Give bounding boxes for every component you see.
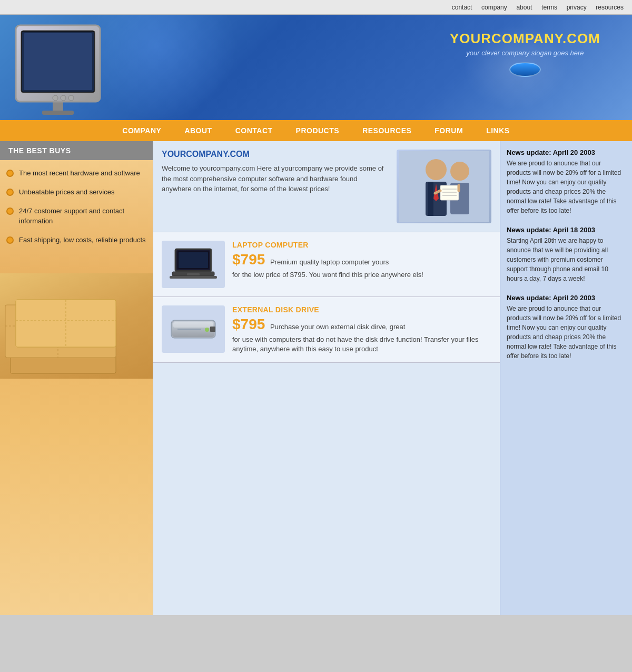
svg-rect-20 <box>428 182 433 216</box>
laptop-image <box>162 241 225 288</box>
mainnav-resources[interactable]: RESOURCES <box>351 120 423 141</box>
topnav-contact[interactable]: contact <box>452 4 472 11</box>
list-item-text: Fast shipping, low costs, reliable produ… <box>19 235 146 245</box>
news-item-2: News update: April 18 2003 Starting Apri… <box>507 226 626 283</box>
svg-point-7 <box>53 95 58 101</box>
mainnav-company[interactable]: COMPANY <box>111 120 173 141</box>
svg-rect-41 <box>210 327 215 332</box>
svg-point-9 <box>68 95 74 101</box>
content-area: THE BEST BUYS The most recent hardware a… <box>0 141 632 615</box>
company-name-rest: COMPANY.COM <box>491 31 600 46</box>
right-sidebar: News update: April 20 2003 We are proud … <box>500 141 632 615</box>
monitor-illustration <box>11 20 105 120</box>
disk-title: EXTERNAL DISK DRIVE <box>232 305 491 314</box>
news-body-2: Starting April 20th we are happy to anou… <box>507 236 626 283</box>
svg-point-18 <box>426 159 447 180</box>
topnav-resources[interactable]: resources <box>596 4 624 11</box>
sidebar-title: THE BEST BUYS <box>0 141 153 160</box>
company-name-highlight: YOUR <box>450 31 491 46</box>
mainnav-links[interactable]: LINKS <box>475 120 521 141</box>
news-title-3: News update: April 20 2003 <box>507 294 626 302</box>
list-item-text: Unbeatable prices and services <box>19 187 114 197</box>
svg-rect-35 <box>170 276 217 279</box>
header-banner: YOURCOMPANY.COM your clever company slog… <box>0 15 632 120</box>
news-body-1: We are proud to anounce that our product… <box>507 159 626 215</box>
product-laptop-section: LAPTOP COMPUTER $795 Premium quality lap… <box>153 232 500 297</box>
bullet-icon <box>6 189 14 196</box>
sidebar-benefits-list: The most recent hardware and software Un… <box>0 160 153 263</box>
list-item: Fast shipping, low costs, reliable produ… <box>6 235 146 245</box>
svg-rect-39 <box>173 322 213 328</box>
welcome-image <box>397 150 491 223</box>
disk-drive-image <box>162 305 225 353</box>
bullet-icon <box>6 236 14 244</box>
welcome-title: YOURCOMPANY.COM <box>162 150 388 159</box>
left-sidebar: THE BEST BUYS The most recent hardware a… <box>0 141 153 615</box>
list-item: 24/7 costomer support and contact inform… <box>6 206 146 225</box>
laptop-desc-block: for the low price of $795. You wont find… <box>232 270 491 280</box>
svg-rect-36 <box>187 273 200 275</box>
top-nav-bar: contact company about terms privacy reso… <box>0 0 632 15</box>
svg-rect-6 <box>24 33 92 90</box>
topnav-privacy[interactable]: privacy <box>567 4 587 11</box>
topnav-company[interactable]: company <box>481 4 507 11</box>
company-name: YOURCOMPANY.COM <box>450 31 600 47</box>
list-item-text: The most recent hardware and software <box>19 169 140 178</box>
laptop-title: LAPTOP COMPUTER <box>232 241 491 249</box>
disk-product-info: EXTERNAL DISK DRIVE $795 Purchase your o… <box>232 305 491 354</box>
mainnav-contact[interactable]: CONTACT <box>224 120 284 141</box>
news-body-3: We are proud to anounce that our product… <box>507 304 626 361</box>
topnav-terms[interactable]: terms <box>541 4 557 11</box>
company-slogan: your clever company slogan goes here <box>450 49 600 57</box>
bullet-icon <box>6 170 14 177</box>
list-item: Unbeatable prices and services <box>6 187 146 197</box>
news-item-3: News update: April 20 2003 We are proud … <box>507 294 626 361</box>
disk-desc-block: for use with computers that do not have … <box>232 335 491 354</box>
mainnav-forum[interactable]: FORUM <box>423 120 475 141</box>
laptop-desc-inline: Premium quality laptop computer yours <box>270 258 389 266</box>
main-content-area: YOURCOMPANY.COM Welcome to yourcompany.c… <box>153 141 500 615</box>
header-oval-decoration <box>509 62 541 77</box>
header-logo: YOURCOMPANY.COM your clever company slog… <box>450 31 600 77</box>
mainnav-about[interactable]: ABOUT <box>173 120 223 141</box>
sidebar-decoration-image <box>0 273 153 379</box>
laptop-product-info: LAPTOP COMPUTER $795 Premium quality lap… <box>232 241 491 280</box>
laptop-price: $795 <box>232 251 265 268</box>
main-navigation: COMPANY ABOUT CONTACT PRODUCTS RESOURCES… <box>0 120 632 141</box>
svg-point-8 <box>61 95 66 101</box>
disk-price: $795 <box>232 316 265 332</box>
news-title-2: News update: April 18 2003 <box>507 226 626 234</box>
list-item: The most recent hardware and software <box>6 169 146 178</box>
welcome-text-area: YOURCOMPANY.COM Welcome to yourcompany.c… <box>162 150 388 223</box>
mainnav-products[interactable]: PRODUCTS <box>284 120 351 141</box>
news-item-1: News update: April 20 2003 We are proud … <box>507 149 626 215</box>
welcome-body: Welcome to yourcompany.com Here at yourc… <box>162 163 388 194</box>
news-title-1: News update: April 20 2003 <box>507 149 626 156</box>
svg-point-22 <box>450 162 469 181</box>
product-disk-section: EXTERNAL DISK DRIVE $795 Purchase your o… <box>153 297 500 363</box>
topnav-about[interactable]: about <box>516 4 532 11</box>
svg-rect-24 <box>440 185 459 200</box>
bullet-icon <box>6 207 14 215</box>
list-item-text: 24/7 costomer support and contact inform… <box>19 206 146 225</box>
svg-rect-1 <box>42 111 74 115</box>
disk-desc-inline: Purchase your own external disk dirve, g… <box>270 323 406 331</box>
svg-rect-33 <box>179 252 208 268</box>
welcome-section: YOURCOMPANY.COM Welcome to yourcompany.c… <box>153 141 500 232</box>
svg-point-40 <box>205 328 209 332</box>
